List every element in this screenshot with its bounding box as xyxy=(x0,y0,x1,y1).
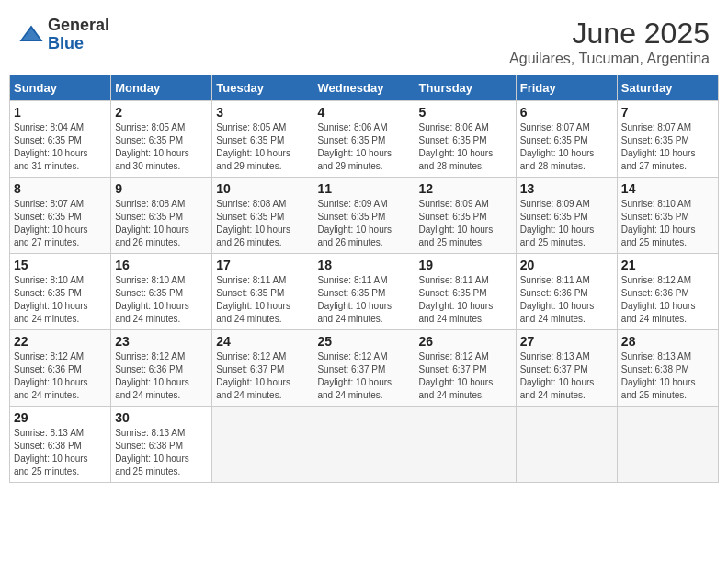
calendar-cell: 14Sunrise: 8:10 AM Sunset: 6:35 PM Dayli… xyxy=(617,178,718,254)
generalblue-logo-icon xyxy=(18,22,44,48)
calendar-cell: 12Sunrise: 8:09 AM Sunset: 6:35 PM Dayli… xyxy=(415,178,516,254)
day-info: Sunrise: 8:06 AM Sunset: 6:35 PM Dayligh… xyxy=(419,121,512,173)
day-info: Sunrise: 8:09 AM Sunset: 6:35 PM Dayligh… xyxy=(317,198,410,249)
calendar-cell: 27Sunrise: 8:13 AM Sunset: 6:37 PM Dayli… xyxy=(516,330,617,407)
day-info: Sunrise: 8:10 AM Sunset: 6:35 PM Dayligh… xyxy=(115,274,208,326)
day-info: Sunrise: 8:05 AM Sunset: 6:35 PM Dayligh… xyxy=(216,121,309,173)
calendar-cell xyxy=(516,407,617,483)
day-number: 15 xyxy=(14,258,107,272)
weekday-header-monday: Monday xyxy=(111,75,212,101)
day-number: 2 xyxy=(115,105,208,120)
calendar-cell: 21Sunrise: 8:12 AM Sunset: 6:36 PM Dayli… xyxy=(617,254,718,330)
weekday-header-tuesday: Tuesday xyxy=(212,75,313,101)
day-info: Sunrise: 8:09 AM Sunset: 6:35 PM Dayligh… xyxy=(419,198,512,249)
weekday-header-sunday: Sunday xyxy=(10,75,111,101)
day-number: 25 xyxy=(317,334,410,349)
calendar-cell: 25Sunrise: 8:12 AM Sunset: 6:37 PM Dayli… xyxy=(313,330,415,407)
day-number: 18 xyxy=(317,258,410,272)
day-info: Sunrise: 8:12 AM Sunset: 6:36 PM Dayligh… xyxy=(14,350,107,402)
calendar-cell: 23Sunrise: 8:12 AM Sunset: 6:36 PM Dayli… xyxy=(111,330,212,407)
calendar-cell: 1Sunrise: 8:04 AM Sunset: 6:35 PM Daylig… xyxy=(10,101,111,178)
day-info: Sunrise: 8:08 AM Sunset: 6:35 PM Dayligh… xyxy=(115,198,208,249)
calendar-cell: 28Sunrise: 8:13 AM Sunset: 6:38 PM Dayli… xyxy=(617,330,718,407)
calendar-cell: 13Sunrise: 8:09 AM Sunset: 6:35 PM Dayli… xyxy=(516,178,617,254)
day-info: Sunrise: 8:12 AM Sunset: 6:37 PM Dayligh… xyxy=(216,350,309,402)
calendar-cell xyxy=(212,407,313,483)
day-number: 3 xyxy=(216,105,309,120)
day-info: Sunrise: 8:05 AM Sunset: 6:35 PM Dayligh… xyxy=(115,121,208,173)
calendar-cell: 26Sunrise: 8:12 AM Sunset: 6:37 PM Dayli… xyxy=(415,330,516,407)
day-info: Sunrise: 8:12 AM Sunset: 6:37 PM Dayligh… xyxy=(419,350,512,402)
calendar-cell: 30Sunrise: 8:13 AM Sunset: 6:38 PM Dayli… xyxy=(111,407,212,483)
day-number: 10 xyxy=(216,181,309,196)
calendar-cell: 17Sunrise: 8:11 AM Sunset: 6:35 PM Dayli… xyxy=(212,254,313,330)
day-info: Sunrise: 8:08 AM Sunset: 6:35 PM Dayligh… xyxy=(216,198,309,249)
calendar-cell: 15Sunrise: 8:10 AM Sunset: 6:35 PM Dayli… xyxy=(10,254,111,330)
calendar-cell: 4Sunrise: 8:06 AM Sunset: 6:35 PM Daylig… xyxy=(313,101,415,178)
day-info: Sunrise: 8:11 AM Sunset: 6:35 PM Dayligh… xyxy=(419,274,512,326)
calendar-cell: 16Sunrise: 8:10 AM Sunset: 6:35 PM Dayli… xyxy=(111,254,212,330)
day-number: 5 xyxy=(419,105,512,120)
calendar-table: SundayMondayTuesdayWednesdayThursdayFrid… xyxy=(9,75,719,483)
day-number: 7 xyxy=(621,105,714,120)
day-info: Sunrise: 8:13 AM Sunset: 6:38 PM Dayligh… xyxy=(14,427,107,478)
day-info: Sunrise: 8:10 AM Sunset: 6:35 PM Dayligh… xyxy=(14,274,107,326)
day-number: 8 xyxy=(14,181,107,196)
calendar-cell: 7Sunrise: 8:07 AM Sunset: 6:35 PM Daylig… xyxy=(617,101,718,178)
calendar-cell xyxy=(415,407,516,483)
day-number: 16 xyxy=(115,258,208,272)
day-number: 12 xyxy=(419,181,512,196)
day-number: 17 xyxy=(216,258,309,272)
calendar-cell xyxy=(617,407,718,483)
day-info: Sunrise: 8:13 AM Sunset: 6:37 PM Dayligh… xyxy=(520,350,613,402)
day-number: 9 xyxy=(115,181,208,196)
day-number: 23 xyxy=(115,334,208,349)
weekday-header-thursday: Thursday xyxy=(415,75,516,101)
calendar-cell: 22Sunrise: 8:12 AM Sunset: 6:36 PM Dayli… xyxy=(10,330,111,407)
day-info: Sunrise: 8:09 AM Sunset: 6:35 PM Dayligh… xyxy=(520,198,613,249)
day-number: 11 xyxy=(317,181,410,196)
day-number: 22 xyxy=(14,334,107,349)
day-number: 19 xyxy=(419,258,512,272)
calendar-cell: 3Sunrise: 8:05 AM Sunset: 6:35 PM Daylig… xyxy=(212,101,313,178)
calendar-cell: 24Sunrise: 8:12 AM Sunset: 6:37 PM Dayli… xyxy=(212,330,313,407)
day-info: Sunrise: 8:11 AM Sunset: 6:35 PM Dayligh… xyxy=(216,274,309,326)
day-number: 6 xyxy=(520,105,613,120)
day-info: Sunrise: 8:07 AM Sunset: 6:35 PM Dayligh… xyxy=(14,198,107,249)
day-number: 1 xyxy=(14,105,107,120)
calendar-cell: 29Sunrise: 8:13 AM Sunset: 6:38 PM Dayli… xyxy=(10,407,111,483)
day-info: Sunrise: 8:12 AM Sunset: 6:36 PM Dayligh… xyxy=(115,350,208,402)
day-number: 27 xyxy=(520,334,613,349)
day-info: Sunrise: 8:13 AM Sunset: 6:38 PM Dayligh… xyxy=(621,350,714,402)
day-info: Sunrise: 8:06 AM Sunset: 6:35 PM Dayligh… xyxy=(317,121,410,173)
day-info: Sunrise: 8:13 AM Sunset: 6:38 PM Dayligh… xyxy=(115,427,208,478)
calendar-cell: 20Sunrise: 8:11 AM Sunset: 6:36 PM Dayli… xyxy=(516,254,617,330)
day-number: 21 xyxy=(621,258,714,272)
logo: General Blue xyxy=(18,17,109,53)
day-number: 13 xyxy=(520,181,613,196)
day-info: Sunrise: 8:04 AM Sunset: 6:35 PM Dayligh… xyxy=(14,121,107,173)
calendar-cell: 8Sunrise: 8:07 AM Sunset: 6:35 PM Daylig… xyxy=(10,178,111,254)
day-info: Sunrise: 8:11 AM Sunset: 6:35 PM Dayligh… xyxy=(317,274,410,326)
calendar-cell: 11Sunrise: 8:09 AM Sunset: 6:35 PM Dayli… xyxy=(313,178,415,254)
calendar-cell: 9Sunrise: 8:08 AM Sunset: 6:35 PM Daylig… xyxy=(111,178,212,254)
logo-blue-text: Blue xyxy=(48,35,109,53)
day-info: Sunrise: 8:07 AM Sunset: 6:35 PM Dayligh… xyxy=(621,121,714,173)
day-info: Sunrise: 8:11 AM Sunset: 6:36 PM Dayligh… xyxy=(520,274,613,326)
weekday-header-saturday: Saturday xyxy=(617,75,718,101)
day-info: Sunrise: 8:07 AM Sunset: 6:35 PM Dayligh… xyxy=(520,121,613,173)
day-number: 30 xyxy=(115,410,208,425)
calendar-cell: 2Sunrise: 8:05 AM Sunset: 6:35 PM Daylig… xyxy=(111,101,212,178)
day-number: 24 xyxy=(216,334,309,349)
day-number: 28 xyxy=(621,334,714,349)
calendar-cell: 5Sunrise: 8:06 AM Sunset: 6:35 PM Daylig… xyxy=(415,101,516,178)
header: General Blue June 2025 Aguilares, Tucuma… xyxy=(9,9,719,71)
month-title: June 2025 xyxy=(509,17,710,51)
calendar-cell: 18Sunrise: 8:11 AM Sunset: 6:35 PM Dayli… xyxy=(313,254,415,330)
day-number: 29 xyxy=(14,410,107,425)
calendar-cell: 19Sunrise: 8:11 AM Sunset: 6:35 PM Dayli… xyxy=(415,254,516,330)
day-info: Sunrise: 8:12 AM Sunset: 6:36 PM Dayligh… xyxy=(621,274,714,326)
location-title: Aguilares, Tucuman, Argentina xyxy=(509,51,710,67)
logo-general-text: General xyxy=(48,17,109,35)
calendar-cell xyxy=(313,407,415,483)
